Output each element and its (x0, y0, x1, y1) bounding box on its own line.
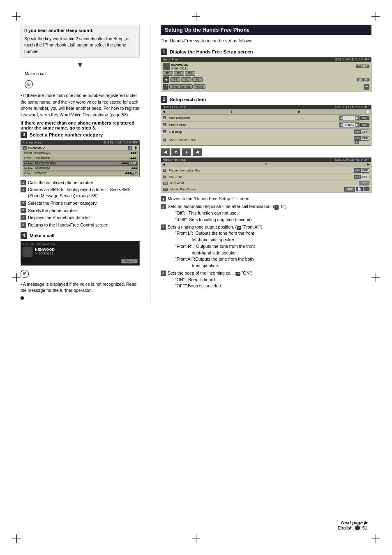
hf-tuner-icon: TUNER (356, 65, 369, 68)
beep-text: Speak the key word within 2 seconds afte… (24, 36, 136, 55)
entry-home-icons: ◀◀◀ (130, 151, 136, 155)
ann2-3-detail2: "Front R": Outputs the tone from the fro… (175, 243, 263, 257)
ann2-3-detail3: "Front All":Outputs the tone from the bo… (175, 256, 263, 269)
ann2-3: 3 Sets a ringing tone output position. (… (161, 224, 371, 269)
auto-response-set[interactable]: SET (360, 116, 369, 120)
hf-direct-num[interactable]: Direct Number (169, 84, 193, 89)
corner-mark-br (371, 534, 380, 543)
step1-header: 1 Display the Hands Free Setup screen (161, 49, 371, 55)
page-num-circle (355, 525, 360, 530)
hf-bottom-row: 🎤 Direct Number Voice ↩ (163, 84, 369, 90)
setup2-status: SUS DL HOLD YoJ ⚙ OFF (335, 158, 369, 162)
setup1-page-icon: 📄 (367, 110, 369, 113)
ann-7: 7 Displays the Phonebook data list. (21, 215, 140, 221)
call-top-text: PICK UP INFORMATION (23, 243, 138, 246)
hf-p3[interactable]: P3 (185, 71, 195, 76)
setup-sms-use: 3 SMS Use ON OFF (161, 174, 371, 180)
cal-beep-toggle-control[interactable]: ON OFF (354, 130, 370, 134)
hf-top-bar: Hands Free SUS DL HOLD YoJ ⚙ OFF (161, 58, 371, 62)
hf-setup-btn[interactable]: SETUP (357, 78, 369, 81)
sms-use-label: SMS Use (169, 175, 202, 179)
hf-left-icon: ◀ (163, 76, 169, 83)
hf-info-row: 📞 KENWOOD 0426465111 TUNER (163, 63, 369, 70)
bold-subtitle: If there are more than one phone numbers… (21, 120, 140, 130)
phone-voice-set[interactable]: SET (360, 123, 369, 127)
ann2-3-detail1: "Front L": Outputs the tone from the fro… (175, 230, 263, 243)
setup2-title: Hands Free Setup (163, 158, 186, 161)
phonebook-status: SUS DL HOLD YoJ ⚙ OFF (103, 141, 138, 144)
hf-preset-set-btn[interactable]: SET (344, 187, 355, 192)
sms-use-toggle-control[interactable]: ON OFF (354, 175, 370, 179)
setup-num-10: 10 (163, 182, 168, 185)
hf-p4[interactable]: P4 (170, 77, 180, 82)
step4-icon-row: ⊞ (21, 268, 140, 280)
contact-icon: 4 📱 (128, 146, 138, 150)
disp-btn[interactable]: DISP (128, 162, 137, 165)
setup1-status: SUS DL HOLD YoJ ⚙ OFF (335, 106, 369, 109)
hf-p6[interactable]: P6 (192, 77, 203, 82)
hf-p1[interactable]: P1 (163, 71, 173, 76)
step3-annotations: 3 Calls the displayed phone number. 4 Cr… (21, 180, 140, 228)
hf-voice[interactable]: Voice (194, 84, 205, 89)
sms-use-toggle[interactable]: ON OFF (354, 175, 370, 179)
page-num-line: English 51 (338, 525, 367, 530)
nav-left[interactable]: ◀ (161, 148, 170, 156)
kenwood-label: KENWOOD (28, 146, 45, 150)
setup-num-b: B (163, 123, 166, 126)
cancel-button[interactable]: Cancel (121, 259, 138, 264)
entry-other-icons: ◀◀◀ 8 ↩ (125, 171, 137, 175)
setup-phone-info: 7 Phone Information Use ON OFF (161, 167, 371, 174)
phone-info-on: ON (354, 169, 361, 172)
phonebook-header-row: 3 KENWOOD 4 📱 (23, 146, 138, 150)
hf-p2[interactable]: P2 (174, 71, 184, 76)
caller-name: KENWOOD (35, 247, 55, 252)
select-left-arrow: ◀ (339, 116, 343, 120)
beep-icon: ⊞ (25, 80, 33, 88)
hf-preset-controls: SET 📄 ↩ (344, 187, 369, 192)
step1-num: 1 (161, 49, 167, 55)
sms-use-off: OFF (361, 175, 369, 179)
sms-use-on: ON (354, 175, 361, 179)
entry-mobile2: Mobile : 090C67890 ◀◀◀ (23, 166, 138, 171)
auto-response-label: Auto Response (169, 116, 202, 120)
phone-info-toggle[interactable]: ON OFF (354, 168, 370, 173)
sms-beep-on: ON (354, 136, 361, 140)
section-header: Setting Up the Hands-Free Phone (161, 25, 371, 35)
auto-response-select[interactable]: ◀ ▶ (339, 116, 360, 120)
sms-beep-toggle[interactable]: ON OFF (354, 136, 370, 141)
select-right-arrow: ▶ (355, 116, 359, 120)
column-divider (150, 25, 150, 304)
entry-other-label: Other : 01234567 (23, 171, 48, 175)
step2-label: Setup each item (170, 97, 206, 102)
hf-preset-icon: 📄 (356, 187, 363, 191)
page-number: 51 (362, 525, 367, 530)
phone-info-toggle-control[interactable]: ON OFF (354, 168, 370, 173)
phone-voice-select[interactable]: ◀ Front L ▶ (339, 123, 360, 127)
entry-home: Home : 0426465116 ◀◀◀ (23, 150, 138, 155)
phonebook-body: 3 KENWOOD 4 📱 Home : 0426465116 ◀◀◀ (21, 145, 139, 177)
sms-beep-label: SMS Receive Beep (169, 138, 202, 142)
step2-block: 2 Setup each item Hands Free Setup SUS D… (161, 96, 371, 290)
hf-status: SUS DL HOLD YoJ ⚙ OFF (335, 58, 369, 61)
setup-auto-response: 2 Auto Response ◀ ▶ SET (161, 115, 371, 122)
hands-free-screen: Hands Free SUS DL HOLD YoJ ⚙ OFF 📞 KENWO… (161, 57, 371, 92)
ann2-4: 4 Sets the beep of the incoming call. (✏… (161, 270, 371, 289)
hf-p5[interactable]: P5 (181, 77, 191, 82)
setup-num-2: 2 (163, 116, 166, 119)
entry-other: Other : 01234567 ◀◀◀ 8 ↩ (23, 171, 138, 176)
step1-label: Display the Hands Free Setup screen (170, 49, 253, 54)
nav-back[interactable]: ◀ (193, 148, 202, 156)
ann-6: 6 Scrolls the phone number. (21, 208, 140, 214)
hf-preset-row1: P1 P2 P3 (163, 71, 369, 76)
hf-return-icon: ↩ (364, 84, 369, 90)
corner-mark-tr (371, 12, 380, 21)
nav-down[interactable]: ▼ (171, 148, 180, 156)
phonebook-screen: Phonebook List SUS DL HOLD YoJ ⚙ OFF 3 K… (21, 140, 140, 177)
keyword-set-btn[interactable]: SET (359, 181, 369, 185)
nav-up[interactable]: ▲ (182, 148, 191, 156)
call-screen: PICK UP INFORMATION 📞 KENWOOD 0426465111… (21, 241, 140, 266)
ann-4: 4 Creates an SMS to the displayed addres… (21, 187, 140, 199)
setup-phone-voice: B Phone Voice ◀ Front L ▶ SET (161, 122, 371, 129)
cal-beep-toggle[interactable]: ON OFF (354, 130, 370, 134)
cal-beep-off: OFF (361, 130, 369, 134)
